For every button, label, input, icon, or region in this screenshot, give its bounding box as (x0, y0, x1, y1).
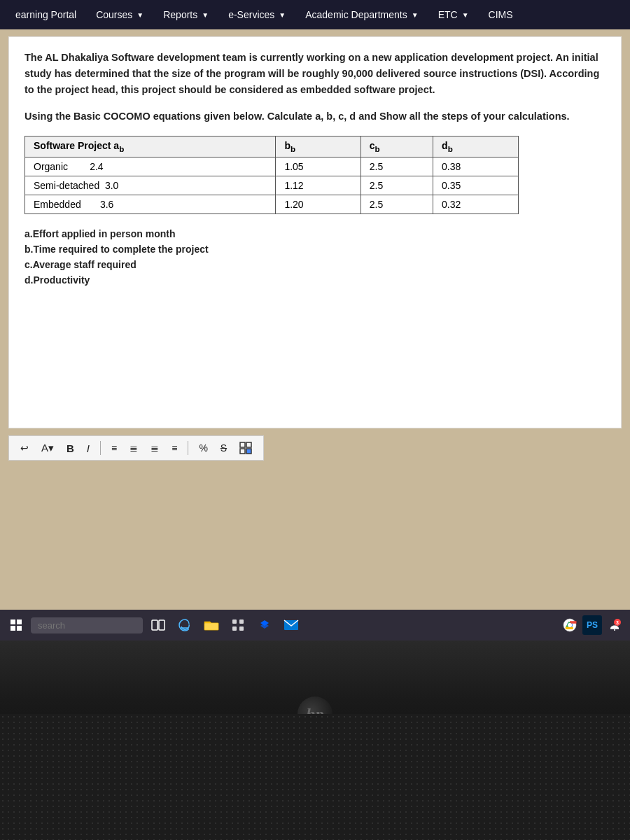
taskbar: PS 3 (0, 610, 630, 640)
etc-arrow-icon: ▼ (462, 11, 469, 19)
notification-button[interactable]: 3 (605, 615, 624, 635)
svg-text:3: 3 (616, 620, 619, 625)
courses-arrow-icon: ▼ (136, 11, 144, 19)
main-content: The AL Dhakaliya Software development te… (8, 36, 622, 428)
folder-icon (204, 619, 219, 631)
legend-c: c.Average staff required (24, 259, 606, 270)
cims-label: CIMS (489, 9, 513, 20)
svg-rect-5 (17, 620, 22, 624)
nav-reports[interactable]: Reports ▼ (153, 0, 218, 29)
nav-brand[interactable]: earning Portal (6, 0, 86, 29)
mail-button[interactable] (280, 614, 302, 636)
windows-icon (10, 619, 22, 631)
cell-organic-project: Organic 2.4 (25, 157, 276, 176)
legend-section: a.Effort applied in person month b.Time … (24, 228, 606, 286)
legend-a: a.Effort applied in person month (24, 228, 606, 239)
nav-etc[interactable]: ETC ▼ (428, 0, 479, 29)
ps-button[interactable]: PS (582, 615, 602, 635)
italic-button[interactable]: I (83, 441, 94, 456)
eservices-label: e-Services (228, 9, 274, 20)
apps-button[interactable] (227, 614, 249, 636)
nav-courses[interactable]: Courses ▼ (86, 0, 153, 29)
svg-rect-9 (159, 620, 164, 630)
cell-semidetached-db: 0.35 (433, 176, 518, 195)
cell-semidetached-project: Semi-detached 3.0 (25, 176, 276, 195)
col-header-cb: cb (360, 136, 433, 157)
ps-label: PS (587, 620, 598, 630)
nav-cims[interactable]: CIMS (479, 0, 523, 29)
windows-start-button[interactable] (6, 616, 27, 634)
reports-label: Reports (163, 9, 197, 20)
svg-rect-13 (232, 626, 237, 631)
percentage-button[interactable]: % (195, 441, 211, 455)
svg-rect-12 (239, 620, 244, 624)
table-row: Embedded 3.6 1.20 2.5 0.32 (25, 195, 519, 214)
strikethrough-button[interactable]: S (216, 441, 231, 455)
notification-icon: 3 (608, 618, 622, 632)
legend-b: b.Time required to complete the project (24, 244, 606, 255)
taskview-button[interactable] (147, 614, 169, 636)
insert-icon (239, 442, 252, 454)
keyboard-dots-pattern (0, 714, 630, 840)
cell-embedded-project: Embedded 3.6 (25, 195, 276, 214)
nav-academic[interactable]: Academic Departments ▼ (295, 0, 428, 29)
svg-rect-2 (240, 449, 245, 454)
cell-organic-db: 0.38 (433, 157, 518, 176)
cell-embedded-cb: 2.5 (360, 195, 433, 214)
cell-semidetached-cb: 2.5 (360, 176, 433, 195)
edge-icon (178, 618, 192, 632)
search-input[interactable] (31, 617, 143, 634)
chrome-icon (562, 617, 578, 633)
table-row: Organic 2.4 1.05 2.5 0.38 (25, 157, 519, 176)
svg-point-17 (568, 623, 572, 627)
mail-icon (284, 620, 299, 631)
table-row: Semi-detached 3.0 1.12 2.5 0.35 (25, 176, 519, 195)
question-paragraph: Using the Basic COCOMO equations given b… (24, 108, 606, 125)
list-button-2[interactable]: ≣ (125, 441, 142, 455)
reports-arrow-icon: ▼ (202, 11, 209, 19)
svg-rect-7 (17, 626, 22, 631)
svg-rect-3 (246, 449, 251, 454)
col-header-db: db (433, 136, 518, 157)
brand-label: earning Portal (15, 9, 76, 20)
bold-button[interactable]: B (62, 441, 78, 456)
etc-label: ETC (438, 9, 458, 20)
nav-eservices[interactable]: e-Services ▼ (218, 0, 295, 29)
legend-d: d.Productivity (24, 274, 606, 286)
dropbox-icon (258, 618, 272, 632)
edge-button[interactable] (174, 614, 196, 636)
navigation-bar: earning Portal Courses ▼ Reports ▼ e-Ser… (0, 0, 630, 29)
folder-button[interactable] (200, 614, 223, 636)
col-header-project: Software Project ab (25, 136, 276, 157)
dropbox-button[interactable] (253, 614, 276, 636)
cell-organic-bb: 1.05 (276, 157, 360, 176)
text-toolbar: ↩ A▾ B I ≡ ≣ ≣ ≡ % S (8, 435, 264, 461)
list-button-1[interactable]: ≡ (107, 441, 121, 455)
laptop-body: hp (0, 640, 630, 840)
svg-rect-8 (152, 620, 158, 630)
align-center-button[interactable]: ≣ (146, 441, 163, 455)
svg-rect-10 (204, 623, 218, 630)
insert-table-button[interactable] (235, 440, 256, 456)
cell-organic-cb: 2.5 (360, 157, 433, 176)
list-button-3[interactable]: ≡ (167, 441, 181, 455)
font-button[interactable]: A▾ (37, 440, 58, 456)
academic-arrow-icon: ▼ (412, 11, 419, 19)
cell-embedded-bb: 1.20 (276, 195, 360, 214)
cell-semidetached-bb: 1.12 (276, 176, 360, 195)
courses-label: Courses (96, 9, 132, 20)
eservices-arrow-icon: ▼ (279, 11, 286, 19)
svg-rect-0 (240, 442, 245, 447)
toolbar-separator-1 (100, 441, 101, 455)
academic-label: Academic Departments (305, 9, 407, 20)
cocomo-table: Software Project ab bb cb db Organic 2.4… (24, 136, 519, 214)
svg-rect-1 (246, 442, 251, 447)
toolbar-separator-2 (188, 441, 188, 455)
notification-area: 3 (605, 615, 624, 635)
chrome-button[interactable] (560, 615, 580, 635)
cell-embedded-db: 0.32 (433, 195, 518, 214)
svg-rect-6 (10, 626, 15, 631)
col-header-bb: bb (276, 136, 360, 157)
system-tray: PS 3 (560, 615, 624, 635)
undo-button[interactable]: ↩ (16, 441, 33, 455)
